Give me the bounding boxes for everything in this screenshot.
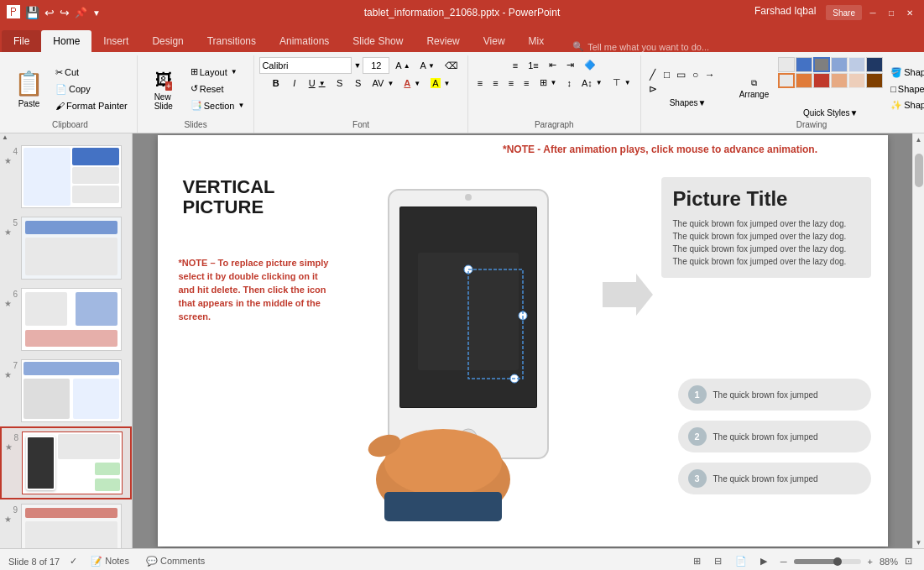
qs-8[interactable]: [796, 73, 812, 88]
qs-12[interactable]: [866, 73, 883, 88]
slide-thumb-5[interactable]: 5 ★: [0, 212, 132, 284]
scroll-up-arrow[interactable]: ▲: [914, 133, 924, 145]
layout-button[interactable]: ⊞ Layout▼: [186, 64, 249, 80]
numbering-button[interactable]: 1≡: [524, 58, 543, 73]
font-name-dropdown[interactable]: ▼: [353, 61, 361, 70]
slide-thumb-4[interactable]: 4 ★: [0, 141, 132, 212]
undo-icon[interactable]: ↩: [44, 6, 55, 19]
highlight-button[interactable]: A▼: [426, 76, 454, 91]
justify-button[interactable]: ≡: [519, 76, 533, 91]
customize-dropdown[interactable]: ▼: [92, 8, 101, 18]
text-direction-button[interactable]: A↕▼: [577, 76, 607, 91]
shape-roundrect[interactable]: ▭: [675, 68, 688, 81]
section-button[interactable]: 📑 Section▼: [186, 97, 249, 113]
increase-font-button[interactable]: A▲: [391, 58, 414, 73]
save-icon[interactable]: 💾: [25, 6, 39, 19]
align-right-button[interactable]: ≡: [504, 76, 518, 91]
shape-outline-button[interactable]: □ Shape Outline ▼: [886, 81, 924, 97]
char-spacing-button[interactable]: AV▼: [368, 76, 399, 91]
close-button[interactable]: ✕: [902, 5, 917, 20]
tab-review[interactable]: Review: [415, 30, 471, 52]
zoom-out-button[interactable]: ─: [777, 555, 791, 568]
qs-10[interactable]: [831, 73, 848, 88]
slide-thumb-6[interactable]: 6 ★: [0, 284, 132, 355]
tab-slideshow[interactable]: Slide Show: [341, 30, 415, 52]
scroll-down-arrow[interactable]: ▼: [914, 536, 924, 548]
align-center-button[interactable]: ≡: [488, 76, 502, 91]
slide-thumb-8[interactable]: 8 ★: [0, 426, 132, 499]
quick-styles-button[interactable]: Quick Styles▼: [799, 106, 862, 120]
format-painter-button[interactable]: 🖌 Format Painter: [51, 98, 132, 113]
increase-indent-button[interactable]: ⇥: [562, 57, 578, 73]
font-name-input[interactable]: [259, 57, 352, 74]
redo-icon[interactable]: ↪: [60, 6, 70, 19]
paste-button[interactable]: 📋 Paste: [8, 62, 50, 116]
tab-file[interactable]: File: [2, 30, 41, 52]
qs-6[interactable]: [866, 57, 883, 72]
tab-design[interactable]: Design: [140, 30, 195, 52]
fit-slide-button[interactable]: ⊡: [901, 554, 916, 568]
columns-button[interactable]: ⊞▼: [535, 75, 561, 91]
view-normal-button[interactable]: ⊞: [690, 554, 704, 568]
smartart-button[interactable]: 🔷: [580, 57, 600, 73]
comments-button[interactable]: 💬 Comments: [143, 554, 208, 568]
shape-arrow[interactable]: →: [703, 68, 717, 81]
cut-button[interactable]: ✂ Cut: [51, 65, 132, 81]
shape-line[interactable]: ╱: [646, 68, 660, 81]
qs-4[interactable]: [831, 57, 848, 72]
tab-animations[interactable]: Animations: [268, 30, 341, 52]
shape-rect[interactable]: □: [660, 68, 674, 81]
share-button[interactable]: Share: [826, 5, 862, 20]
bullets-button[interactable]: ≡: [509, 58, 522, 73]
shadow-button[interactable]: S: [350, 76, 367, 91]
new-slide-button[interactable]: 🖼 + NewSlide: [143, 62, 185, 116]
qs-7[interactable]: [778, 73, 795, 88]
view-slideshow-button[interactable]: ▶: [757, 554, 770, 568]
zoom-in-button[interactable]: +: [864, 555, 876, 568]
tab-transitions[interactable]: Transitions: [196, 30, 268, 52]
tell-me-input[interactable]: Tell me what you want to do...: [587, 42, 709, 52]
shape-effects-button[interactable]: ✨ Shape Effects ▼: [886, 97, 924, 113]
restore-button[interactable]: □: [884, 5, 899, 20]
bold-button[interactable]: B: [268, 76, 285, 91]
pin-icon[interactable]: 📌: [75, 7, 87, 18]
notes-button[interactable]: 📝 Notes: [87, 554, 133, 568]
shape-chevron[interactable]: ⊳: [646, 82, 660, 96]
qs-11[interactable]: [848, 73, 865, 88]
scroll-thumb[interactable]: [915, 154, 923, 187]
tab-view[interactable]: View: [472, 30, 517, 52]
slide-canvas[interactable]: *NOTE - After animation plays, click mou…: [158, 135, 888, 546]
font-color-button[interactable]: A▼: [399, 76, 425, 91]
shapes-button[interactable]: Shapes▼: [666, 96, 711, 110]
font-size-input[interactable]: [363, 57, 389, 74]
qs-9[interactable]: [813, 73, 830, 88]
sidebar-scroll-up[interactable]: ▲: [0, 133, 10, 141]
align-left-button[interactable]: ≡: [473, 76, 487, 91]
italic-button[interactable]: I: [286, 76, 303, 91]
qs-3[interactable]: [813, 57, 830, 72]
qs-1[interactable]: [778, 57, 795, 72]
decrease-font-button[interactable]: A▼: [416, 58, 439, 73]
zoom-slider[interactable]: [794, 559, 861, 564]
view-reading-button[interactable]: 📄: [732, 554, 750, 568]
tab-insert[interactable]: Insert: [91, 30, 140, 52]
slide-thumb-9[interactable]: 9 ★: [0, 499, 132, 548]
strikethrough-button[interactable]: S: [331, 76, 348, 91]
underline-button[interactable]: U▼: [305, 76, 330, 91]
arrange-button[interactable]: ⧉ Arrange: [733, 68, 775, 110]
decrease-indent-button[interactable]: ⇤: [545, 57, 561, 73]
align-text-button[interactable]: ⊤▼: [608, 75, 635, 91]
minimize-button[interactable]: ─: [865, 5, 880, 20]
slide-thumb-7[interactable]: 7 ★: [0, 355, 132, 426]
qs-5[interactable]: [848, 57, 865, 72]
tab-home[interactable]: Home: [41, 30, 91, 52]
shape-oval[interactable]: ○: [689, 68, 702, 81]
view-slide-sorter-button[interactable]: ⊟: [711, 554, 725, 568]
copy-button[interactable]: 📄 Copy: [51, 81, 132, 97]
clear-format-button[interactable]: ⌫: [441, 58, 462, 74]
tab-mix[interactable]: Mix: [517, 30, 556, 52]
shape-fill-button[interactable]: 🪣 Shape Fill ▼: [886, 65, 924, 81]
reset-button[interactable]: ↺ Reset: [186, 81, 249, 97]
line-spacing-button[interactable]: ↕: [562, 76, 576, 91]
qs-2[interactable]: [796, 57, 812, 72]
